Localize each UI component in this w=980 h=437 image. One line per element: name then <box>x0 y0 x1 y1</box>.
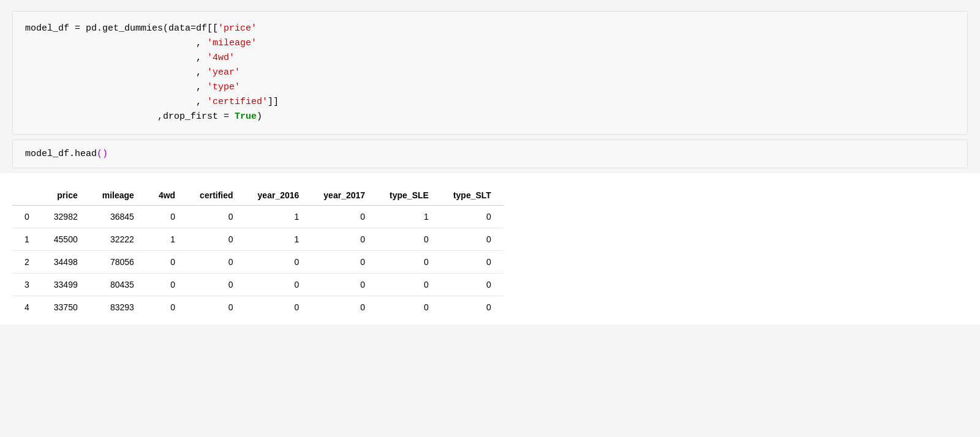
table-cell-index: 0 <box>12 206 42 228</box>
table-cell: 0 <box>377 296 441 319</box>
table-header-row: price mileage 4wd certified year_2016 ye… <box>12 185 503 206</box>
code-text: , <box>25 82 207 92</box>
table-cell-index: 2 <box>12 251 42 274</box>
table-cell: 0 <box>187 296 245 319</box>
table-header-certified: certified <box>187 185 245 206</box>
code-text: , <box>25 97 207 107</box>
table-cell: 0 <box>246 296 312 319</box>
table-cell: 0 <box>377 251 441 274</box>
code-parens: () <box>97 149 108 159</box>
table-row: 43375083293000000 <box>12 296 503 319</box>
table-cell: 45500 <box>42 228 90 251</box>
table-header-year2017: year_2017 <box>311 185 377 206</box>
table-row: 33349980435000000 <box>12 274 503 296</box>
table-cell: 0 <box>187 251 245 274</box>
code-cell-2: model_df.head() <box>12 140 968 168</box>
code-line-6: , 'certified']] <box>25 95 955 110</box>
table-cell: 1 <box>246 206 312 228</box>
table-cell: 0 <box>311 206 377 228</box>
code-text: , <box>25 38 207 48</box>
dataframe-output: price mileage 4wd certified year_2016 ye… <box>0 173 980 324</box>
table-cell: 0 <box>246 251 312 274</box>
table-cell: 0 <box>146 206 187 228</box>
table-cell: 0 <box>441 228 503 251</box>
table-cell: 0 <box>187 274 245 296</box>
table-cell: 0 <box>377 274 441 296</box>
table-cell: 80435 <box>90 274 146 296</box>
table-cell: 0 <box>441 251 503 274</box>
table-cell-index: 4 <box>12 296 42 319</box>
table-row: 14550032222101000 <box>12 228 503 251</box>
code-text: ) <box>257 111 262 122</box>
table-cell: 0 <box>311 228 377 251</box>
code-text: ]] <box>268 97 279 107</box>
table-header-price: price <box>42 185 90 206</box>
code-line-2: , 'mileage' <box>25 36 955 51</box>
table-header-mileage: mileage <box>90 185 146 206</box>
table-cell: 0 <box>311 251 377 274</box>
code-function-name: model_df.head <box>25 149 97 159</box>
table-cell: 0 <box>441 206 503 228</box>
table-header-year2016: year_2016 <box>246 185 312 206</box>
code-keyword-true: True <box>235 111 257 122</box>
table-cell: 0 <box>146 274 187 296</box>
table-cell: 33499 <box>42 274 90 296</box>
code-line-4: , 'year' <box>25 65 955 80</box>
table-cell-index: 1 <box>12 228 42 251</box>
table-cell: 1 <box>246 228 312 251</box>
code-line-7: ,drop_first = True) <box>25 110 955 124</box>
code-content-1: model_df = pd.get_dummies(data=df[['pric… <box>13 12 967 134</box>
table-cell: 0 <box>441 296 503 319</box>
table-header-index <box>12 185 42 206</box>
table-cell: 0 <box>187 206 245 228</box>
table-header-4wd: 4wd <box>146 185 187 206</box>
table-cell: 32982 <box>42 206 90 228</box>
table-cell: 83293 <box>90 296 146 319</box>
table-header-typeslt: type_SLT <box>441 185 503 206</box>
code-cell-1: model_df = pd.get_dummies(data=df[['pric… <box>12 11 968 135</box>
table-cell: 0 <box>311 296 377 319</box>
code-text: , <box>25 67 207 78</box>
code-content-2: model_df.head() <box>13 140 967 168</box>
code-line-5: , 'type' <box>25 80 955 95</box>
table-cell: 34498 <box>42 251 90 274</box>
code-string-4wd: '4wd' <box>207 53 235 63</box>
table-cell-index: 3 <box>12 274 42 296</box>
table-cell: 1 <box>146 228 187 251</box>
table-cell: 0 <box>377 228 441 251</box>
table-cell: 1 <box>377 206 441 228</box>
code-string-year: 'year' <box>207 67 240 78</box>
code-string-price: 'price' <box>218 23 257 34</box>
dataframe-table: price mileage 4wd certified year_2016 ye… <box>12 185 503 318</box>
table-cell: 78056 <box>90 251 146 274</box>
table-cell: 32222 <box>90 228 146 251</box>
table-cell: 0 <box>246 274 312 296</box>
table-cell: 0 <box>441 274 503 296</box>
table-cell: 33750 <box>42 296 90 319</box>
table-cell: 0 <box>146 296 187 319</box>
table-header-typesle: type_SLE <box>377 185 441 206</box>
table-cell: 0 <box>146 251 187 274</box>
table-cell: 0 <box>311 274 377 296</box>
code-line-3: , '4wd' <box>25 51 955 65</box>
code-string-certified: 'certified' <box>207 97 268 107</box>
code-text: , <box>25 53 207 63</box>
code-line-1: model_df = pd.get_dummies(data=df[['pric… <box>25 21 955 36</box>
table-cell: 0 <box>187 228 245 251</box>
code-string-type: 'type' <box>207 82 240 92</box>
code-string-mileage: 'mileage' <box>207 38 257 48</box>
table-row: 23449878056000000 <box>12 251 503 274</box>
code-text: model_df = pd.get_dummies(data=df[[ <box>25 23 218 34</box>
table-cell: 36845 <box>90 206 146 228</box>
code-text: ,drop_first = <box>25 111 235 122</box>
table-row: 03298236845001010 <box>12 206 503 228</box>
